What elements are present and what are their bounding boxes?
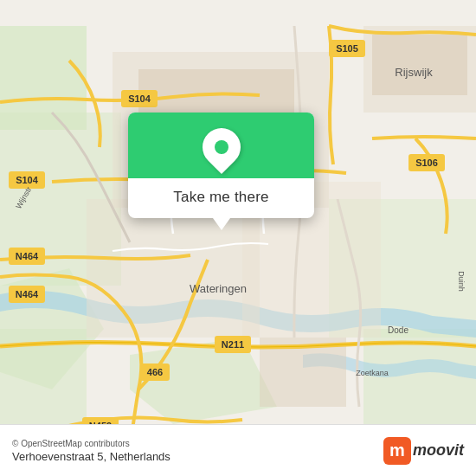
svg-rect-10 — [87, 199, 260, 338]
svg-text:Rijswijk: Rijswijk — [395, 66, 433, 79]
map-popup: Take me there — [128, 113, 314, 218]
popup-header — [128, 113, 314, 178]
svg-text:Duinh: Duinh — [457, 271, 466, 292]
osm-attribution: © OpenStreetMap contributors — [12, 439, 170, 448]
map-svg: S104 S104 S105 S106 N211 N211 N464 N464 … — [0, 0, 476, 476]
popup-button-area[interactable]: Take me there — [128, 178, 314, 218]
location-pin-wrapper — [203, 128, 241, 166]
take-me-there-button[interactable]: Take me there — [173, 189, 268, 206]
address-label: Verhoevenstraat 5, Netherlands — [12, 450, 170, 463]
svg-text:S105: S105 — [336, 43, 358, 54]
map-container: S104 S104 S105 S106 N211 N211 N464 N464 … — [0, 0, 476, 476]
bottom-bar: © OpenStreetMap contributors Verhoevenst… — [0, 424, 476, 476]
location-pin-icon — [194, 120, 248, 174]
svg-text:S104: S104 — [128, 93, 151, 104]
moovit-logo: m moovit — [383, 437, 464, 465]
moovit-text: moovit — [413, 441, 464, 460]
svg-text:S104: S104 — [16, 175, 39, 185]
moovit-m-icon: m — [383, 437, 411, 465]
svg-text:N464: N464 — [16, 289, 39, 299]
svg-text:N211: N211 — [222, 339, 244, 350]
svg-text:N464: N464 — [16, 251, 39, 261]
svg-text:466: 466 — [147, 367, 163, 377]
bottom-left-info: © OpenStreetMap contributors Verhoevenst… — [12, 439, 170, 463]
popup-tail — [213, 218, 230, 230]
svg-text:Dode: Dode — [388, 325, 408, 335]
svg-text:S106: S106 — [415, 158, 438, 168]
svg-text:Zoetkana: Zoetkana — [356, 369, 389, 377]
svg-text:Wateringen: Wateringen — [190, 282, 247, 295]
svg-rect-14 — [372, 35, 467, 95]
